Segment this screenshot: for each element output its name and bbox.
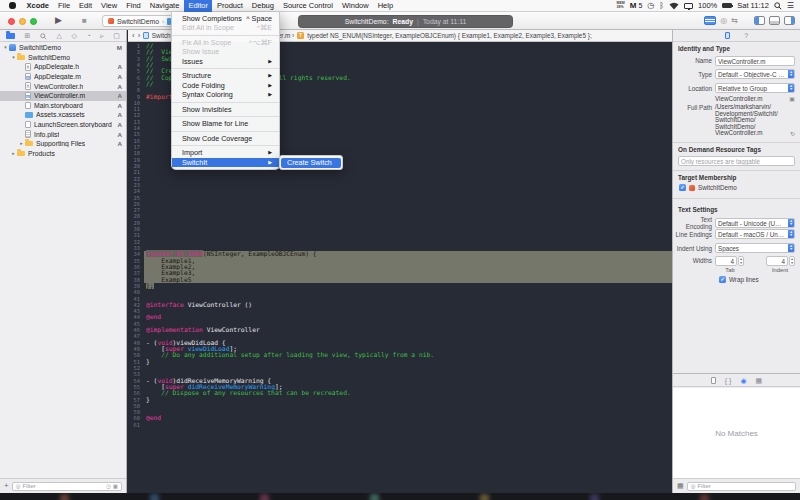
spotlight-search-icon[interactable] bbox=[774, 2, 782, 10]
navigator-row-info-plist[interactable]: Info.plistA bbox=[0, 129, 126, 139]
location-dropdown[interactable]: Relative to Group▲▼ bbox=[715, 83, 795, 93]
reveal-path-icon[interactable]: ↻ bbox=[790, 130, 795, 137]
menubar-item-debug[interactable]: Debug bbox=[247, 0, 278, 12]
target-checkbox[interactable]: ✓ bbox=[679, 184, 686, 191]
close-window-button[interactable] bbox=[8, 18, 15, 25]
menu-item-switchit[interactable]: SwitchIt▶ bbox=[172, 158, 279, 168]
menu-item-show-invisibles[interactable]: Show Invisibles bbox=[172, 105, 279, 115]
menu-meter-m5[interactable]: M 5 bbox=[630, 1, 643, 10]
stop-button[interactable]: ■ bbox=[82, 16, 87, 25]
code-snippet-library-tab[interactable]: { } bbox=[725, 374, 732, 387]
menu-item-show-code-coverage[interactable]: Show Code Coverage bbox=[172, 134, 279, 144]
navigator-row-viewcontroller-h[interactable]: hViewController.hA bbox=[0, 81, 126, 91]
menu-item-issues[interactable]: Issues▶ bbox=[172, 57, 279, 67]
library-view-mode-icon[interactable]: ▦ bbox=[677, 482, 684, 490]
menubar-item-find[interactable]: Find bbox=[122, 0, 146, 12]
toggle-debug-area-button[interactable] bbox=[769, 16, 780, 25]
navigator-row-appdelegate-h[interactable]: hAppDelegate.hA bbox=[0, 62, 126, 72]
menubar-item-help[interactable]: Help bbox=[373, 0, 397, 12]
disclosure-closed-icon[interactable]: ▸ bbox=[18, 141, 25, 146]
report-navigator-icon[interactable]: ▢ bbox=[113, 30, 120, 42]
menu-item-show-completions[interactable]: Show Completions^ Space bbox=[172, 14, 279, 24]
line-endings-dropdown[interactable]: Default - macOS / Unix (LF)▲▼ bbox=[715, 229, 795, 239]
navigator-row-assets-xcassets[interactable]: Assets.xcassetsA bbox=[0, 110, 126, 120]
recent-files-filter-icon[interactable]: ◷ bbox=[106, 483, 111, 489]
navigator-row-switchitdemo[interactable]: ▾SwitchItDemo bbox=[0, 53, 126, 63]
menu-item-code-folding[interactable]: Code Folding▶ bbox=[172, 81, 279, 91]
library-filter-field[interactable]: ◎ Filter bbox=[687, 482, 796, 491]
menubar-item-product[interactable]: Product bbox=[212, 0, 247, 12]
menubar-item-window[interactable]: Window bbox=[337, 0, 373, 12]
stepper-arrows-icon[interactable]: ▲▼ bbox=[789, 256, 795, 266]
odrt-tags-field[interactable]: Only resources are taggable bbox=[678, 156, 795, 166]
go-back-button[interactable]: ‹ bbox=[132, 31, 135, 41]
scm-status-filter-icon[interactable]: ▣ bbox=[113, 483, 118, 489]
file-inspector-tab[interactable] bbox=[725, 32, 731, 40]
toggle-utilities-button[interactable] bbox=[784, 16, 795, 25]
menu-item-syntax-coloring[interactable]: Syntax Coloring▶ bbox=[172, 90, 279, 100]
object-library-tab[interactable]: ◉ bbox=[740, 374, 746, 387]
symbol-navigator-icon[interactable]: ⊞ bbox=[25, 30, 31, 42]
display-mirroring-icon[interactable] bbox=[684, 3, 693, 9]
go-forward-button[interactable]: › bbox=[138, 31, 141, 41]
minimize-window-button[interactable] bbox=[19, 18, 26, 25]
navigator-row-switchitdemo[interactable]: ▾SwitchItDemoM bbox=[0, 43, 126, 53]
media-library-tab[interactable]: ▦ bbox=[756, 374, 763, 387]
bluetooth-icon[interactable]: ᛒ bbox=[659, 0, 664, 12]
file-template-library-tab[interactable] bbox=[711, 377, 716, 384]
menu-item-structure[interactable]: Structure▶ bbox=[172, 71, 279, 81]
menubar-item-file[interactable]: File bbox=[54, 0, 75, 12]
zoom-window-button[interactable] bbox=[30, 18, 37, 25]
tab-width-value[interactable]: 4 bbox=[715, 256, 737, 266]
navigator-row-supporting-files[interactable]: ▸Supporting FilesA bbox=[0, 139, 126, 149]
indent-width-stepper[interactable]: 4 ▲▼ bbox=[766, 256, 795, 266]
navigator-row-products[interactable]: ▸Products bbox=[0, 149, 126, 159]
choose-folder-icon[interactable]: ▣ bbox=[789, 95, 795, 102]
debug-navigator-icon[interactable]: ◔ bbox=[86, 30, 90, 42]
run-button[interactable]: ▶ bbox=[55, 15, 62, 25]
menu-item-import[interactable]: Import▶ bbox=[172, 148, 279, 158]
menubar-item-editor[interactable]: Editor bbox=[184, 0, 213, 12]
indent-using-dropdown[interactable]: Spaces▲▼ bbox=[715, 243, 795, 253]
menubar-item-navigate[interactable]: Navigate bbox=[145, 0, 184, 12]
type-dropdown[interactable]: Default - Objective-C Sou...▲▼ bbox=[715, 69, 795, 79]
issue-navigator-icon[interactable]: △ bbox=[57, 30, 62, 42]
add-file-button[interactable]: + bbox=[4, 479, 9, 493]
scheme-name[interactable]: SwitchItDemo bbox=[117, 18, 159, 25]
menu-item-show-blame-for-line[interactable]: Show Blame for Line bbox=[172, 119, 279, 129]
navigator-row-viewcontroller-m[interactable]: mViewController.mA bbox=[0, 91, 126, 101]
tab-width-stepper[interactable]: 4 ▲▼ bbox=[715, 256, 766, 266]
version-editor-button[interactable]: ⇆ bbox=[731, 16, 738, 25]
notification-center-icon[interactable]: ☰ bbox=[787, 0, 794, 12]
menubar-item-source-control[interactable]: Source Control bbox=[278, 0, 337, 12]
disclosure-open-icon[interactable]: ▾ bbox=[10, 55, 17, 60]
navigator-row-launchscreen-storyboard[interactable]: LaunchScreen.storyboardA bbox=[0, 120, 126, 130]
find-navigator-icon[interactable] bbox=[40, 31, 47, 41]
standard-editor-button[interactable] bbox=[704, 16, 716, 25]
project-navigator-icon[interactable] bbox=[6, 33, 15, 39]
wifi-icon[interactable] bbox=[669, 2, 679, 10]
test-navigator-icon[interactable]: ◇ bbox=[72, 30, 77, 42]
wrap-lines-checkbox[interactable]: ✓ bbox=[719, 276, 726, 283]
text-encoding-dropdown[interactable]: Default - Unicode (UTF-8)▲▼ bbox=[715, 218, 795, 228]
stepper-arrows-icon[interactable]: ▲▼ bbox=[738, 256, 744, 266]
menubar-item-xcode[interactable]: Xcode bbox=[22, 0, 54, 12]
indent-width-value[interactable]: 4 bbox=[766, 256, 788, 266]
assistant-editor-button[interactable]: ◎ bbox=[720, 16, 727, 25]
navigator-row-main-storyboard[interactable]: Main.storyboardA bbox=[0, 101, 126, 111]
battery-icon[interactable] bbox=[722, 3, 732, 8]
navigator-row-appdelegate-m[interactable]: mAppDelegate.mA bbox=[0, 72, 126, 82]
menubar-item-view[interactable]: View bbox=[97, 0, 122, 12]
disclosure-closed-icon[interactable]: ▸ bbox=[10, 151, 17, 156]
navigator-filter-field[interactable]: ◎ Filter ◷ ▣ bbox=[12, 482, 122, 491]
quick-help-tab[interactable]: ? bbox=[744, 30, 748, 42]
toggle-navigator-button[interactable] bbox=[754, 16, 765, 25]
clock-app-icon[interactable]: ◷ bbox=[647, 0, 654, 12]
disclosure-open-icon[interactable]: ▾ bbox=[2, 45, 9, 50]
menubar-item-edit[interactable]: Edit bbox=[75, 0, 97, 12]
jumpbar-symbol[interactable]: typedef NS_ENUM(NSInteger, ExampleOBJCEn… bbox=[307, 32, 592, 39]
apple-menu-icon[interactable] bbox=[9, 2, 16, 9]
menu-item-create-switch[interactable]: Create Switch bbox=[281, 158, 341, 168]
memory-meter-icon[interactable]: MEM 38% bbox=[617, 2, 625, 9]
menubar-clock[interactable]: Sat 11:12 bbox=[737, 1, 769, 10]
